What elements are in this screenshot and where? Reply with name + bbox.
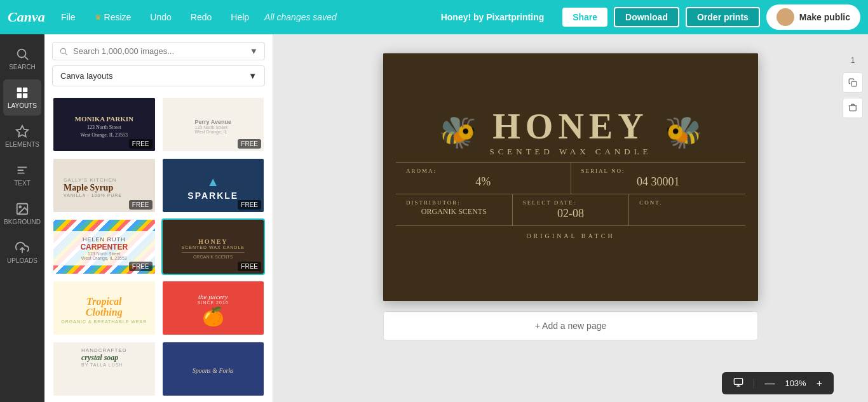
sidebar-item-layouts[interactable]: LAYOUTS: [3, 79, 41, 116]
redo-menu[interactable]: Redo: [184, 8, 218, 26]
template-card[interactable]: Perry Avenue 123 North StreetWest Orange…: [161, 97, 266, 152]
search-input-wrap[interactable]: ▼: [52, 42, 265, 60]
sidebar-item-text[interactable]: TEXT: [3, 157, 41, 193]
honey-cell-cont: CONT.: [629, 194, 745, 225]
template-card[interactable]: HELEN RUTH CARPENTER 123 North StreetWes…: [52, 218, 156, 274]
search-input-icon: [59, 47, 68, 56]
honey-cell-aroma: AROMA: 4%: [396, 163, 571, 194]
copy-icon: [848, 78, 857, 87]
search-bar: ▼: [44, 34, 273, 65]
layout-dropdown[interactable]: Canva layouts ▼: [52, 65, 265, 86]
bee-right-icon: 🐝: [665, 115, 703, 151]
canvas-area: 🐝 HONEY SCENTED WAX CANDLE 🐝 AROMA: 4%: [273, 34, 868, 402]
canva-logo[interactable]: Canva: [8, 9, 43, 25]
free-badge: FREE: [129, 200, 153, 210]
honey-row-2: DISTRIBUTOR: ORGANIK SCENTS SELECT DATE:…: [396, 194, 745, 226]
free-badge: FREE: [238, 200, 261, 210]
sidebar-item-bkground[interactable]: BKGROUND: [3, 196, 41, 232]
free-badge: FREE: [129, 262, 153, 271]
honey-header: 🐝 HONEY SCENTED WAX CANDLE 🐝: [438, 109, 702, 157]
template-card[interactable]: Spoons & Forks: [161, 341, 266, 397]
present-button[interactable]: [729, 376, 747, 391]
template-card[interactable]: MONIKA PARKIN123 North StreetWest Orange…: [52, 97, 156, 152]
template-card[interactable]: SALLY'S KITCHEN Maple Syrup VANILLA · 10…: [52, 157, 156, 213]
avatar: [776, 8, 794, 26]
free-badge: FREE: [238, 139, 261, 149]
main-layout: SEARCH LAYOUTS ELEMENTS TEXT: [0, 34, 868, 402]
honey-title-block: HONEY SCENTED WAX CANDLE: [489, 109, 651, 157]
svg-rect-5: [23, 93, 27, 98]
logo-text: Canva: [8, 9, 45, 25]
layouts-icon: [15, 86, 29, 100]
template-preview: Spoons & Forks: [163, 342, 264, 397]
honey-cell-serial: SERIAL NO: 04 30001: [571, 163, 746, 194]
search-dropdown-button[interactable]: ▼: [250, 46, 258, 56]
svg-rect-15: [735, 379, 743, 384]
honey-main-title: HONEY: [489, 109, 651, 144]
template-preview: TropicalClothing ORGANIC & BREATHABLE WE…: [53, 281, 155, 336]
copy-tool-button[interactable]: [843, 72, 863, 93]
svg-point-8: [19, 206, 21, 208]
trash-icon: [848, 104, 857, 112]
document-title: Honey! by Pixartprinting: [441, 12, 545, 22]
svg-rect-4: [17, 93, 22, 98]
elements-icon: [15, 124, 29, 138]
delete-tool-button[interactable]: [843, 98, 863, 118]
crown-icon: ♛: [95, 13, 102, 22]
undo-menu[interactable]: Undo: [144, 8, 177, 26]
svg-line-11: [65, 53, 67, 55]
file-menu[interactable]: File: [55, 8, 82, 26]
templates-grid: MONIKA PARKIN123 North StreetWest Orange…: [44, 91, 273, 402]
left-panel: ▼ Canva layouts ▼ MONIKA PARKIN123 North…: [44, 34, 273, 402]
template-card[interactable]: HANDCRAFTED crystal soap BY TALLA LUSH: [52, 341, 156, 397]
honey-cell-select-date: SELECT DATE: 02-08: [513, 194, 630, 225]
honey-info-grid: AROMA: 4% SERIAL NO: 04 30001 DISTRIBUTO…: [396, 162, 745, 246]
download-button[interactable]: Download: [614, 7, 679, 27]
template-preview: the juicery SINCE 2016 🍊: [163, 281, 264, 336]
uploads-icon: [15, 241, 29, 255]
honey-row-1: AROMA: 4% SERIAL NO: 04 30001: [396, 163, 745, 194]
background-icon: [15, 202, 29, 216]
template-card[interactable]: ▲ SPARKLE FREE: [161, 157, 266, 213]
order-prints-button[interactable]: Order prints: [686, 7, 760, 27]
right-tools: 1: [843, 53, 863, 118]
template-card[interactable]: TropicalClothing ORGANIC & BREATHABLE WE…: [52, 280, 156, 336]
resize-menu[interactable]: ♛ Resize: [88, 8, 138, 26]
sidebar-item-elements[interactable]: ELEMENTS: [3, 118, 41, 154]
zoom-bar: — 103% +: [722, 372, 834, 394]
sidebar-item-uploads[interactable]: UPLOADS: [3, 234, 41, 271]
honey-label: 🐝 HONEY SCENTED WAX CANDLE 🐝 AROMA: 4%: [383, 53, 758, 301]
topbar: Canva File ♛ Resize Undo Redo Help All c…: [0, 0, 868, 34]
dropdown-chevron-icon: ▼: [248, 71, 257, 81]
text-icon: [15, 163, 29, 177]
zoom-out-button[interactable]: —: [761, 377, 778, 391]
page-number: 1: [848, 53, 858, 67]
svg-line-1: [25, 57, 28, 60]
search-icon: [15, 47, 29, 61]
svg-point-10: [60, 48, 65, 53]
design-canvas[interactable]: 🐝 HONEY SCENTED WAX CANDLE 🐝 AROMA: 4%: [383, 53, 758, 301]
zoom-in-button[interactable]: +: [813, 377, 826, 391]
bee-left-icon: 🐝: [438, 115, 477, 151]
svg-rect-2: [17, 88, 22, 92]
share-button[interactable]: Share: [562, 8, 607, 27]
svg-rect-3: [23, 88, 27, 92]
icon-sidebar: SEARCH LAYOUTS ELEMENTS TEXT: [0, 34, 44, 402]
template-card[interactable]: the juicery SINCE 2016 🍊: [161, 280, 266, 336]
template-preview: HANDCRAFTED crystal soap BY TALLA LUSH: [53, 342, 155, 397]
honey-footer: ORIGINAL BATCH: [396, 226, 745, 246]
free-badge: FREE: [129, 139, 153, 149]
search-input[interactable]: [73, 46, 245, 56]
honey-cell-distributor: DISTRIBUTOR: ORGANIK SCENTS: [396, 194, 513, 225]
save-status: All changes saved: [264, 12, 337, 22]
sidebar-item-search[interactable]: SEARCH: [3, 41, 41, 77]
add-page-button[interactable]: + Add a new page: [383, 311, 758, 340]
template-card-selected[interactable]: HONEY SCENTED WAX CANDLE ORGANIK SCENTS …: [161, 218, 266, 274]
svg-marker-6: [17, 126, 28, 137]
help-menu[interactable]: Help: [224, 8, 255, 26]
zoom-level: 103%: [785, 379, 806, 388]
zoom-separator: [754, 379, 754, 389]
make-public-button[interactable]: Make public: [766, 4, 860, 30]
svg-rect-12: [851, 81, 857, 86]
present-icon: [733, 377, 743, 387]
